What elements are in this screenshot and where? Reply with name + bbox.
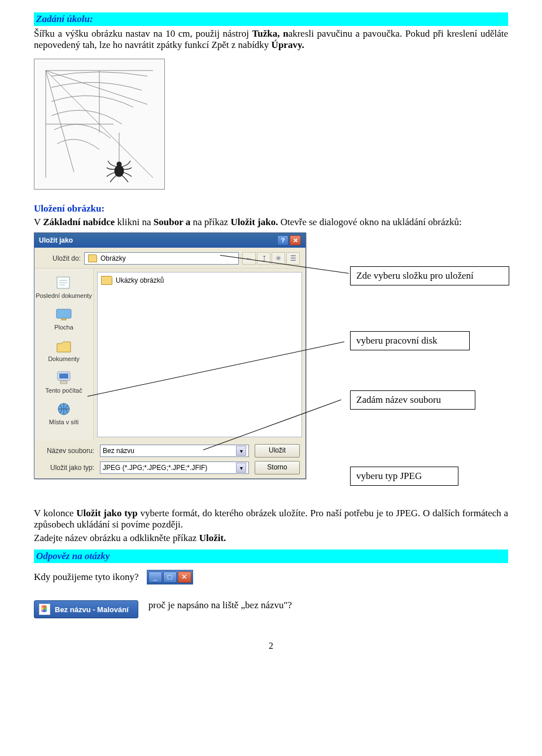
computer-icon [54, 369, 73, 386]
cancel-button[interactable]: Storno [255, 461, 300, 474]
folder-icon [101, 276, 112, 285]
folder-icon [88, 254, 97, 262]
filename-value: Bez názvu [103, 447, 134, 455]
close-icon[interactable]: ✕ [178, 572, 191, 583]
callout-filetype: vyberu typ JPEG [350, 467, 458, 486]
lookin-value: Obrázky [100, 254, 126, 262]
save-dialog-area: Uložit jako ? ✕ Uložit do: Obrázky ← ⮥ ✳… [34, 232, 508, 498]
spider-drawing [34, 59, 165, 190]
list-item[interactable]: Ukázky obrázků [101, 276, 298, 285]
question-1-text: Kdy použijeme tyto ikony? [34, 572, 139, 583]
place-mycomputer[interactable]: Tento počítač [36, 367, 92, 396]
filetype-label: Uložit jako typ: [40, 464, 94, 472]
after-dialog-p1: V kolonce Uložit jako typ vyberte formát… [34, 508, 508, 530]
question-2-text: proč je napsáno na liště „bez názvu"? [148, 600, 292, 611]
dialog-title: Uložit jako [39, 236, 73, 244]
svg-rect-15 [60, 381, 67, 384]
views-icon[interactable]: ☰ [286, 252, 300, 265]
dialog-titlebar: Uložit jako ? ✕ [34, 233, 305, 248]
question-1-row: Kdy použijeme tyto ikony? _ □ ✕ [34, 570, 508, 584]
file-listing[interactable]: Ukázky obrázků [97, 272, 302, 437]
lookin-label: Uložit do: [40, 254, 81, 262]
dialog-body: Poslední dokumenty Plocha Dokumenty [34, 269, 305, 441]
dialog-bottom-row: Název souboru: Bez názvu ▾ Uložit Uložit… [34, 441, 305, 480]
desktop-icon [54, 306, 73, 323]
callout-working-disk: vyberu pracovní disk [350, 331, 470, 350]
chevron-down-icon[interactable]: ▾ [236, 446, 246, 456]
chevron-down-icon[interactable]: ▾ [236, 463, 246, 473]
taskbar-button-label: Bez názvu - Malování [55, 605, 129, 614]
task-heading: Zadání úkolu: [36, 14, 93, 24]
questions-heading: Odpověz na otázky [36, 551, 110, 561]
callout-filename: Zadám název souboru [350, 390, 475, 410]
place-recent[interactable]: Poslední dokumenty [36, 272, 92, 301]
save-intro: V Základní nabídce klikni na Soubor a na… [34, 217, 508, 228]
save-as-dialog: Uložit jako ? ✕ Uložit do: Obrázky ← ⮥ ✳… [34, 232, 306, 479]
questions-banner: Odpověz na otázky [34, 550, 508, 563]
save-heading: Uložení obrázku: [34, 203, 508, 214]
svg-rect-14 [59, 373, 68, 379]
close-icon[interactable]: ✕ [290, 235, 301, 245]
callout-folder-select: Zde vyberu složku pro uložení [350, 266, 509, 285]
maximize-icon[interactable]: □ [163, 572, 177, 583]
recent-docs-icon [54, 274, 73, 291]
filename-input[interactable]: Bez názvu ▾ [100, 445, 249, 457]
minimize-icon[interactable]: _ [148, 572, 162, 583]
place-mydocs[interactable]: Dokumenty [36, 335, 92, 364]
svg-point-8 [115, 165, 124, 177]
up-one-level-icon[interactable]: ⮥ [257, 252, 270, 265]
paint-app-icon [39, 604, 50, 615]
lookin-combo[interactable]: Obrázky [84, 252, 239, 265]
help-icon[interactable]: ? [277, 235, 289, 245]
svg-rect-11 [56, 309, 71, 318]
task-heading-banner: Zadání úkolu: [34, 12, 508, 26]
place-network[interactable]: Místa v síti [36, 398, 92, 428]
place-desktop[interactable]: Plocha [36, 304, 92, 333]
folder-item-label: Ukázky obrázků [116, 276, 164, 284]
places-bar: Poslední dokumenty Plocha Dokumenty [34, 269, 94, 441]
network-icon [54, 401, 73, 417]
svg-point-9 [117, 162, 121, 166]
filename-label: Název souboru: [40, 447, 94, 455]
task-body: Šířku a výšku obrázku nastav na 10 cm, p… [34, 28, 508, 51]
window-control-buttons: _ □ ✕ [147, 570, 193, 584]
save-button[interactable]: Uložit [255, 444, 300, 458]
question-2-row: Bez názvu - Malování proč je napsáno na … [34, 592, 508, 618]
documents-icon [54, 337, 73, 354]
after-dialog-p2: Zadejte název obrázku a odklikněte příka… [34, 533, 508, 544]
page-number: 2 [34, 641, 508, 651]
dialog-lookin-row: Uložit do: Obrázky ← ⮥ ✳ ☰ [34, 248, 305, 269]
taskbar-button[interactable]: Bez názvu - Malování [34, 600, 138, 618]
svg-rect-12 [61, 318, 67, 320]
dialog-title-buttons: ? ✕ [277, 235, 301, 245]
filetype-value: JPEG (*.JPG;*.JPEG;*.JPE;*.JFIF) [103, 464, 207, 472]
filetype-combo[interactable]: JPEG (*.JPG;*.JPEG;*.JPE;*.JFIF) ▾ [100, 461, 249, 474]
